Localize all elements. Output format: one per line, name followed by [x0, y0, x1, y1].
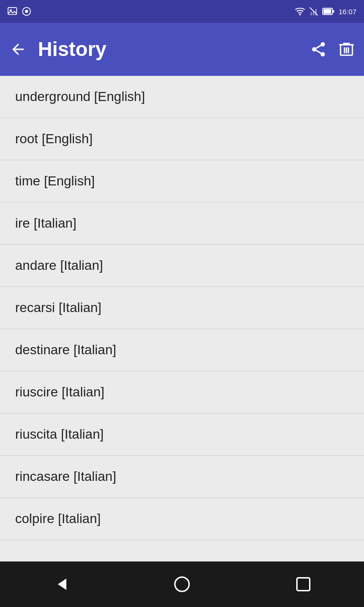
status-bar: 16:07 [0, 0, 364, 23]
list-item[interactable]: root [English] [0, 118, 364, 160]
share-button[interactable] [310, 41, 327, 58]
list-item-text: colpire [Italian] [15, 511, 101, 526]
svg-point-14 [321, 52, 325, 56]
list-item-text: rincasare [Italian] [15, 469, 116, 484]
list-item[interactable]: rincasare [Italian] [0, 456, 364, 498]
image-icon [8, 7, 17, 16]
history-list: underground [English]root [English]time … [0, 76, 364, 561]
wifi-icon [295, 7, 305, 16]
list-item-text: destinare [Italian] [15, 342, 116, 357]
nav-back-icon [52, 576, 69, 593]
svg-point-3 [25, 10, 28, 13]
battery-icon [322, 7, 335, 16]
nav-recents-icon [295, 576, 312, 593]
list-item[interactable]: riuscita [Italian] [0, 414, 364, 456]
svg-rect-8 [316, 9, 317, 15]
nav-back-button[interactable] [42, 565, 80, 603]
list-item[interactable]: destinare [Italian] [0, 329, 364, 371]
nav-bar [0, 561, 364, 607]
status-bar-left [8, 7, 31, 16]
list-item[interactable]: colpire [Italian] [0, 498, 364, 540]
back-button[interactable] [9, 41, 27, 58]
svg-rect-0 [8, 8, 17, 15]
list-item-text: time [English] [15, 174, 95, 188]
page-title: History [38, 38, 310, 61]
list-item[interactable]: ire [Italian] [0, 202, 364, 245]
nav-recents-button[interactable] [284, 565, 322, 603]
list-item-text: underground [English] [15, 89, 145, 104]
list-item[interactable]: andare [Italian] [0, 245, 364, 287]
svg-rect-24 [297, 578, 310, 591]
svg-point-13 [312, 47, 317, 52]
list-item-text: ire [Italian] [15, 216, 76, 230]
nav-home-button[interactable] [163, 565, 201, 603]
svg-rect-11 [333, 10, 335, 13]
svg-point-23 [175, 577, 189, 591]
status-time: 16:07 [338, 8, 356, 16]
nav-home-icon [173, 576, 191, 593]
list-item-text: recarsi [Italian] [15, 300, 101, 315]
trash-icon [338, 41, 355, 58]
svg-marker-22 [58, 579, 66, 590]
svg-rect-10 [324, 9, 331, 13]
svg-line-15 [316, 50, 321, 53]
back-arrow-icon [9, 41, 27, 58]
list-item[interactable]: underground [English] [0, 76, 364, 118]
share-icon [310, 41, 327, 58]
list-item-text: riuscita [Italian] [15, 427, 104, 441]
list-item[interactable]: time [English] [0, 160, 364, 202]
app-bar-actions [310, 41, 355, 58]
signal-off-icon [309, 7, 318, 16]
record-icon [22, 7, 31, 16]
list-item[interactable]: riuscire [Italian] [0, 371, 364, 414]
list-item-text: root [English] [15, 131, 92, 146]
list-item[interactable]: recarsi [Italian] [0, 287, 364, 329]
svg-point-12 [321, 42, 325, 46]
delete-button[interactable] [338, 41, 355, 58]
app-bar: History [0, 23, 364, 76]
svg-point-4 [300, 14, 301, 16]
svg-rect-6 [311, 12, 312, 16]
status-bar-right: 16:07 [295, 7, 356, 16]
svg-rect-7 [313, 10, 315, 15]
svg-line-16 [316, 46, 321, 48]
list-item-text: riuscire [Italian] [15, 385, 104, 399]
list-item-text: andare [Italian] [15, 258, 103, 273]
